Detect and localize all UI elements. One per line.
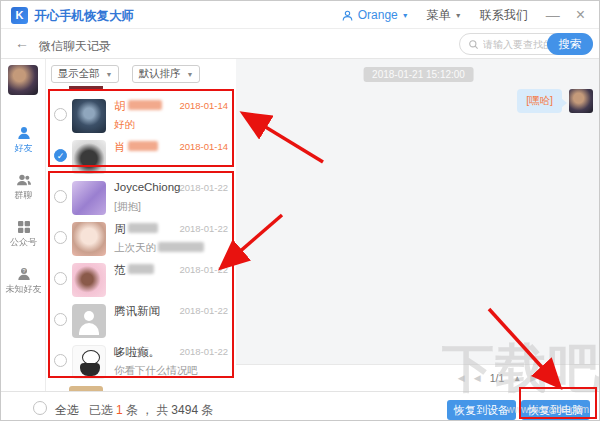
select-all-label: 全选 (55, 402, 79, 419)
chat-panel: 2018-01-21 15:12:00 [嘿哈] (236, 59, 600, 364)
last-page-icon[interactable]: ▶ (546, 373, 553, 383)
minimize-button[interactable]: — (546, 1, 560, 29)
next-page-icon[interactable]: ▶ (530, 373, 537, 383)
list-item[interactable]: 腾讯新闻2018-01-22 (46, 302, 236, 343)
user-menu[interactable]: Orange ▼ (341, 8, 409, 22)
sidebar-item-friends[interactable]: 好友 (1, 125, 46, 170)
contact-name: 腾讯新闻 (114, 304, 160, 319)
toolbar: ← 微信聊天记录 搜索 (1, 29, 600, 59)
sort-dropdown[interactable]: 默认排序 ▼ (132, 65, 200, 83)
first-page-icon[interactable]: ◀ (458, 373, 465, 383)
footer: 全选 已选1条 ， 共3494条 恢复到设备 恢复到电脑 (1, 391, 600, 421)
people-icon (16, 172, 32, 188)
conversation-list: 显示全部 ▼ 默认排序 ▼ 胡2018-01-14 好的 ✓ (46, 59, 236, 391)
page-title: 微信聊天记录 (39, 38, 111, 55)
sidebar-item-unknown-friends[interactable]: ? 未知好友 (1, 266, 46, 311)
filter-dropdown[interactable]: 显示全部 ▼ (51, 65, 119, 83)
contact-name: 范 (114, 263, 126, 278)
sidebar-item-label: 未知好友 (2, 283, 45, 295)
row-checkbox[interactable] (54, 313, 67, 326)
list-item[interactable]: ✓ 肖2018-01-14 (46, 138, 236, 179)
sidebar-item-groups[interactable]: 群聊 (1, 172, 46, 217)
list-item[interactable]: 哆啦癫。2018-01-22 你看下什么情况吧 (46, 343, 236, 384)
row-checkbox[interactable] (54, 108, 67, 121)
sort-label: 默认排序 (139, 67, 181, 81)
search-button[interactable]: 搜索 (547, 33, 593, 55)
sidebar: 好友 群聊 公众号 ? 未知好友 (1, 59, 46, 391)
last-message: 上次天的 (114, 241, 156, 253)
person-icon (16, 125, 32, 141)
app-logo-icon: K (11, 7, 28, 24)
person-question-icon: ? (16, 266, 32, 282)
message-date: 2018-01-14 (179, 100, 228, 111)
message-date: 2018-01-22 (179, 264, 228, 275)
contact-name: 胡 (114, 99, 126, 114)
avatar (72, 222, 106, 256)
list-item[interactable]: 范2018-01-22 (46, 261, 236, 302)
app-title: 开心手机恢复大师 (34, 8, 134, 25)
censored-text (128, 141, 158, 151)
restore-to-device-button[interactable]: 恢复到设备 (447, 400, 516, 420)
row-checkbox-checked[interactable]: ✓ (54, 149, 67, 162)
message-date: 2018-01-22 (179, 182, 228, 193)
last-message: [拥抱] (114, 200, 232, 214)
list-item[interactable]: 周2018-01-22 上次天的 (46, 220, 236, 261)
person-icon (341, 9, 354, 22)
chat-timestamp: 2018-01-21 15:12:00 (363, 67, 474, 82)
chevron-down-icon: ▼ (106, 71, 113, 78)
menu-button[interactable]: 菜单 ▼ (427, 7, 462, 24)
search-icon (468, 39, 479, 50)
row-checkbox[interactable] (54, 354, 67, 367)
page-indicator: 1/1 (490, 372, 505, 384)
sidebar-item-official-accounts[interactable]: 公众号 (1, 219, 46, 264)
sidebar-item-label: 公众号 (2, 236, 45, 248)
censored-text (128, 223, 158, 233)
sidebar-item-label: 好友 (2, 142, 45, 154)
chat-avatar (569, 89, 593, 113)
chevron-down-icon: ▼ (402, 12, 409, 19)
selection-status: 已选1条 ， 共3494条 (89, 402, 213, 419)
last-message: 你看下什么情况吧 (114, 364, 232, 378)
chat-bubble: [嘿哈] (517, 89, 562, 113)
selected-count: 1 (116, 403, 123, 417)
titlebar: K 开心手机恢复大师 Orange ▼ 菜单 ▼ 联系我们 — × (1, 1, 600, 29)
message-date: 2018-01-14 (179, 141, 228, 152)
total-count: 3494 (171, 403, 198, 417)
back-arrow-icon[interactable]: ← (15, 35, 29, 51)
avatar (72, 263, 106, 297)
user-name: Orange (358, 8, 398, 22)
svg-text:?: ? (22, 268, 25, 274)
menu-label: 菜单 (427, 7, 451, 24)
avatar (72, 345, 106, 379)
search-input[interactable] (483, 39, 549, 50)
row-checkbox[interactable] (54, 272, 67, 285)
row-checkbox[interactable] (54, 231, 67, 244)
avatar (72, 181, 106, 215)
message-date: 2018-01-22 (179, 223, 228, 234)
contact-us-button[interactable]: 联系我们 (480, 7, 528, 24)
message-date: 2018-01-22 (179, 305, 228, 316)
avatar (72, 140, 106, 174)
account-avatar (8, 65, 38, 95)
restore-to-pc-button[interactable]: 恢复到电脑 (521, 400, 590, 420)
censored-text (128, 264, 154, 274)
close-button[interactable]: × (576, 1, 585, 29)
prev-page-icon[interactable]: ◀ (474, 373, 481, 383)
contact-name: 哆啦癫。 (114, 345, 160, 360)
select-all-checkbox[interactable] (33, 401, 47, 415)
app-window: K 开心手机恢复大师 Orange ▼ 菜单 ▼ 联系我们 — × ← 微信聊天… (0, 0, 600, 421)
last-message: 好的 (114, 118, 232, 132)
row-checkbox[interactable] (54, 190, 67, 203)
list-item[interactable]: JoyceChiong2018-01-22 [拥抱] (46, 179, 236, 220)
contact-name: 肖 (114, 140, 126, 155)
search-bar: 搜索 (459, 33, 593, 55)
pager-bar: ◀ ◀ 1/1 ▲ ▶ ▶ (236, 364, 600, 391)
chat-message-row: [嘿哈] (517, 89, 593, 113)
page-select-icon[interactable]: ▲ (513, 374, 521, 383)
list-item[interactable]: 胡2018-01-14 好的 (46, 97, 236, 138)
grid-icon (16, 219, 32, 235)
chevron-down-icon: ▼ (455, 12, 462, 19)
avatar-placeholder (72, 304, 106, 338)
sidebar-item-label: 群聊 (2, 189, 45, 201)
avatar (72, 99, 106, 133)
